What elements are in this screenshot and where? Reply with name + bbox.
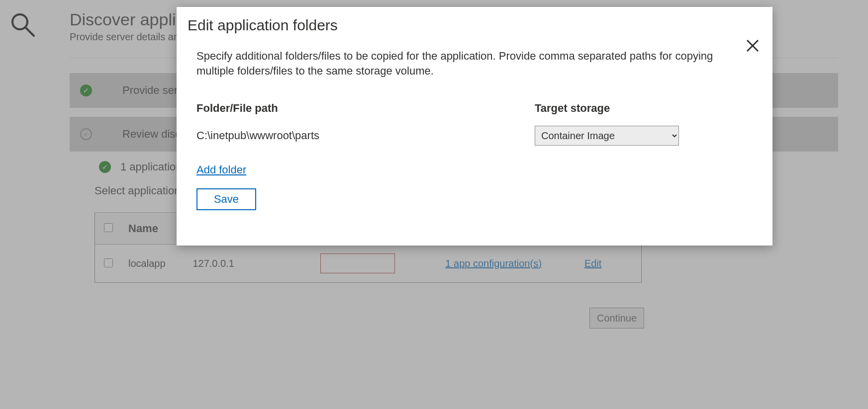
folder-column-headers: Folder/File path Target storage: [196, 102, 753, 115]
modal-description: Specify additional folders/files to be c…: [196, 49, 724, 78]
modal-title: Edit application folders: [188, 17, 762, 34]
col-folder-path: Folder/File path: [196, 102, 535, 115]
target-storage-select[interactable]: Container Image: [535, 126, 679, 146]
folder-path-value: C:\inetpub\wwwroot\parts: [196, 129, 535, 142]
edit-application-folders-modal: Edit application folders Specify additio…: [177, 7, 772, 245]
col-target-storage: Target storage: [535, 102, 610, 115]
add-folder-link[interactable]: Add folder: [196, 164, 246, 176]
save-label: Save: [214, 193, 239, 206]
folder-row: C:\inetpub\wwwroot\parts Container Image: [196, 126, 753, 146]
save-button[interactable]: Save: [196, 188, 256, 210]
close-icon[interactable]: [743, 36, 763, 56]
